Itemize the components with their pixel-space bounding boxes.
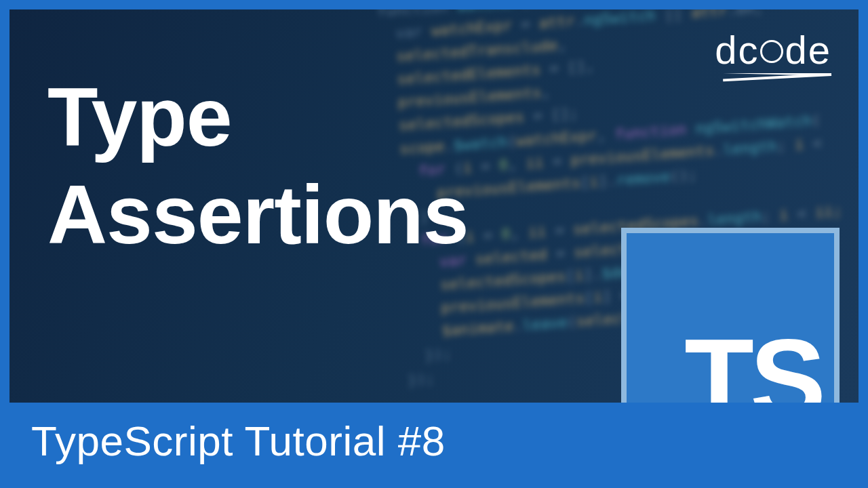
typescript-badge: TS — [621, 228, 840, 403]
footer-title: TypeScript Tutorial #8 — [31, 417, 446, 465]
main-title: Type Assertions — [47, 69, 469, 264]
logo-text-right: de — [785, 27, 831, 73]
logo-o-icon — [760, 40, 783, 63]
dcode-logo: dc de — [715, 27, 831, 73]
title-line-1: Type — [47, 69, 469, 167]
ts-badge-label: TS — [684, 323, 822, 403]
title-line-2: Assertions — [47, 167, 469, 264]
main-panel: function watcher(scope, element, attr, n… — [9, 9, 859, 403]
logo-underline-icon — [723, 73, 831, 85]
thumbnail-frame: function watcher(scope, element, attr, n… — [0, 0, 868, 488]
logo-text-left: dc — [715, 27, 759, 73]
footer-bar: TypeScript Tutorial #8 — [9, 403, 859, 479]
